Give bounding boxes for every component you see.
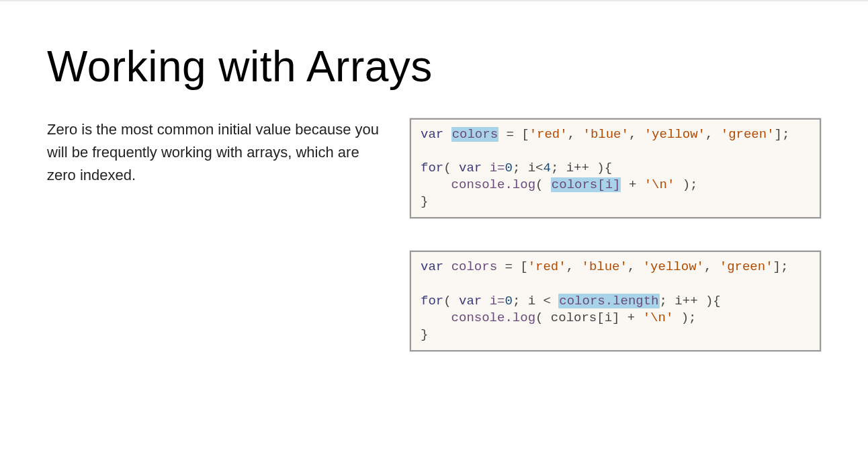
str: 'red' (528, 259, 566, 274)
punct: = [ (497, 259, 528, 274)
log: log (513, 177, 535, 192)
punct: ; i++ ){ (551, 161, 612, 175)
punct: , (629, 127, 644, 142)
code-block-2: var colors = ['red', 'blue', 'yellow', '… (410, 251, 821, 351)
code-column: var colors = ['red', 'blue', 'yellow', '… (410, 118, 821, 351)
brace-close: } (421, 327, 428, 342)
punct: , (566, 259, 582, 274)
punct: ]; (773, 259, 789, 274)
kw-var: var (459, 294, 482, 308)
slide-columns: Zero is the most common initial value be… (47, 118, 821, 351)
punct: ); (675, 177, 697, 192)
hl-colors: colors (451, 127, 498, 142)
str: 'green' (721, 127, 775, 142)
body-text: Zero is the most common initial value be… (47, 118, 383, 187)
punct: ( colors[i] + (535, 310, 643, 325)
num: 0 (505, 161, 512, 175)
punct: , (627, 259, 643, 274)
code-block-1: var colors = ['red', 'blue', 'yellow', '… (410, 118, 821, 218)
brace-close: } (421, 194, 428, 209)
punct: = [ (498, 127, 529, 142)
hl-colors-length: colors.length (558, 294, 659, 308)
slide: Working with Arrays Zero is the most com… (0, 0, 868, 465)
punct: ]; (775, 127, 790, 142)
str: 'green' (720, 259, 773, 274)
ident-colors: colors (451, 259, 497, 274)
str: 'yellow' (643, 259, 704, 274)
console: console. (421, 310, 513, 325)
log: log (513, 310, 535, 325)
slide-title: Working with Arrays (47, 42, 821, 91)
str: 'red' (529, 127, 568, 142)
punct: , (568, 127, 583, 142)
punct: ( (443, 161, 459, 175)
num: 4 (543, 161, 550, 175)
punct: ( (535, 177, 551, 192)
punct: , (704, 259, 720, 274)
str: '\n' (643, 310, 674, 325)
num: 0 (505, 294, 512, 308)
hl-colors-i: colors[i] (551, 177, 621, 192)
str: 'blue' (582, 127, 628, 142)
str: '\n' (644, 177, 675, 192)
punct: , (705, 127, 721, 142)
punct: ; i++ ){ (660, 294, 721, 308)
punct: + (621, 177, 644, 192)
kw-for: for (421, 294, 443, 308)
kw-var: var (421, 127, 443, 142)
kw-var: var (459, 161, 482, 175)
punct: ; i< (513, 161, 544, 175)
kw-var: var (421, 259, 443, 274)
console: console. (421, 177, 513, 192)
kw-for: for (421, 161, 443, 175)
punct: ); (673, 310, 696, 325)
punct: ; i < (513, 294, 558, 308)
punct: ( (443, 294, 459, 308)
str: 'blue' (581, 259, 627, 274)
ident: i= (482, 294, 505, 308)
str: 'yellow' (644, 127, 705, 142)
ident: i= (482, 161, 505, 175)
